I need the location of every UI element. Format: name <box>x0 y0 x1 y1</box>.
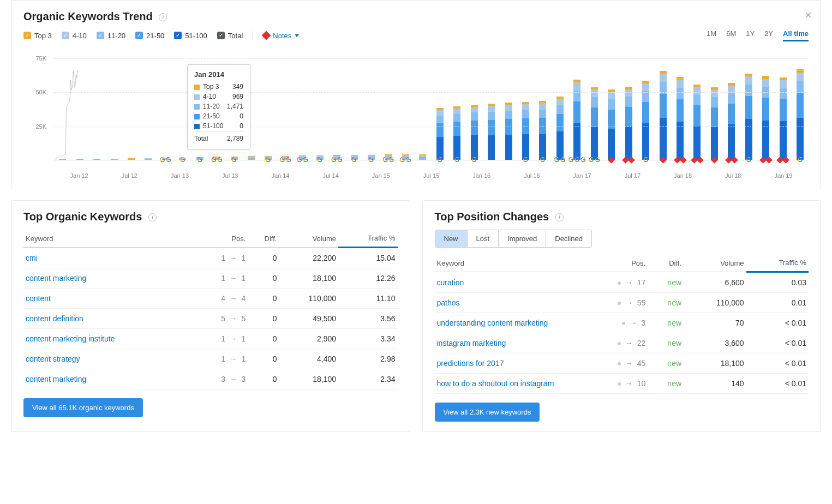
bar-Jul-18[interactable] <box>723 83 740 160</box>
note-icon[interactable] <box>660 157 667 164</box>
keyword-link[interactable]: content strategy <box>26 355 80 363</box>
google-update-icon[interactable] <box>218 156 223 164</box>
range-1y[interactable]: 1Y <box>746 29 755 41</box>
legend-checkbox-r51_100[interactable]: 51-100 <box>174 32 207 40</box>
close-icon[interactable]: × <box>805 8 812 22</box>
google-update-icon[interactable] <box>317 156 322 164</box>
bar-Jan-17[interactable] <box>568 80 585 160</box>
bar-Sep-18[interactable] <box>740 74 757 160</box>
bar-Jan-19[interactable] <box>774 77 791 160</box>
tab-declined[interactable]: Declined <box>546 230 591 247</box>
google-update-icon[interactable] <box>746 156 751 164</box>
google-update-icon[interactable] <box>574 156 579 164</box>
google-update-icon[interactable] <box>197 156 202 164</box>
google-update-icon[interactable] <box>211 156 216 164</box>
tab-lost[interactable]: Lost <box>468 230 499 247</box>
note-icon[interactable] <box>782 157 789 164</box>
info-icon[interactable]: i <box>555 213 564 221</box>
keyword-link[interactable]: content marketing <box>26 274 86 283</box>
keyword-link[interactable]: content definition <box>26 314 83 323</box>
range-2y[interactable]: 2Y <box>764 29 773 41</box>
keyword-link[interactable]: content <box>26 294 51 303</box>
legend-checkbox-r4_10[interactable]: 4-10 <box>62 32 87 40</box>
bar-Mar-17[interactable] <box>586 87 603 160</box>
bar-Sep-16[interactable] <box>534 101 551 160</box>
bar-May-17[interactable] <box>603 89 620 160</box>
note-icon[interactable] <box>697 157 704 164</box>
google-update-icon[interactable] <box>280 156 285 164</box>
google-update-icon[interactable] <box>303 156 308 164</box>
keyword-link[interactable]: how to do a shoutout on instagram <box>437 379 554 388</box>
google-update-icon[interactable] <box>160 156 165 164</box>
bar-Mar-16[interactable] <box>483 104 500 160</box>
legend-checkbox-r11_20[interactable]: 11-20 <box>97 32 125 40</box>
google-update-icon[interactable] <box>554 156 559 164</box>
google-update-icon[interactable] <box>231 156 236 164</box>
google-update-icon[interactable] <box>389 156 394 164</box>
google-update-icon[interactable] <box>369 156 374 164</box>
google-update-icon[interactable] <box>595 156 600 164</box>
google-update-icon[interactable] <box>331 156 336 164</box>
note-icon[interactable] <box>765 157 773 164</box>
google-update-icon[interactable] <box>180 156 185 164</box>
google-update-icon[interactable] <box>643 156 648 164</box>
info-icon[interactable]: i <box>148 213 157 221</box>
google-update-icon[interactable] <box>523 156 528 164</box>
tab-new[interactable]: New <box>435 230 468 247</box>
range-alltime[interactable]: All time <box>783 29 809 41</box>
view-all-keywords-button[interactable]: View all 65.1K organic keywords <box>23 398 143 417</box>
bar-Jan-18[interactable] <box>672 77 689 160</box>
keyword-link[interactable]: content marketing <box>26 375 86 383</box>
keyword-link[interactable]: understanding content marketing <box>437 319 548 327</box>
legend-checkbox-r21_50[interactable]: 21-50 <box>135 32 164 40</box>
bar-Nov-15[interactable] <box>448 106 465 160</box>
bar-May-18[interactable] <box>706 87 723 160</box>
bar-Jan-16[interactable] <box>466 105 483 160</box>
bar-Nov-17[interactable] <box>654 71 671 160</box>
notes-dropdown[interactable]: Notes <box>263 32 299 40</box>
google-update-icon[interactable] <box>540 156 545 164</box>
bar-May-16[interactable] <box>500 103 517 160</box>
google-update-icon[interactable] <box>568 156 573 164</box>
keyword-link[interactable]: instagram marketing <box>437 339 506 347</box>
note-icon[interactable] <box>711 157 718 164</box>
legend-checkbox-total[interactable]: Total <box>217 32 243 40</box>
note-icon[interactable] <box>731 157 738 164</box>
google-update-icon[interactable] <box>382 156 387 164</box>
bar-Jul-16[interactable] <box>517 102 534 160</box>
google-update-icon[interactable] <box>351 156 356 164</box>
view-all-new-keywords-button[interactable]: View all 2.3K new keywords <box>435 403 540 422</box>
google-update-icon[interactable] <box>560 156 565 164</box>
google-update-icon[interactable] <box>166 156 171 164</box>
legend-checkbox-top3[interactable]: Top 3 <box>23 32 52 40</box>
note-icon[interactable] <box>680 157 687 164</box>
info-icon[interactable]: i <box>159 13 167 21</box>
bar-Jul-17[interactable] <box>620 87 637 160</box>
keyword-link[interactable]: pathos <box>437 298 460 307</box>
bar-Mar-18[interactable] <box>689 85 705 160</box>
note-icon[interactable] <box>608 157 615 164</box>
keyword-link[interactable]: content marketing institute <box>26 334 115 343</box>
google-update-icon[interactable] <box>580 156 585 164</box>
google-update-icon[interactable] <box>589 156 594 164</box>
bar-Mar-19[interactable] <box>792 69 809 160</box>
keyword-link[interactable]: predictions for 2017 <box>437 359 504 368</box>
chart-plot-area[interactable] <box>54 51 809 160</box>
bar-Sep-15[interactable] <box>432 108 448 160</box>
google-update-icon[interactable] <box>406 156 411 164</box>
range-6m[interactable]: 6M <box>726 29 736 41</box>
google-update-icon[interactable] <box>471 156 476 164</box>
keyword-link[interactable]: curation <box>437 278 464 287</box>
keyword-link[interactable]: cmi <box>26 254 38 262</box>
google-update-icon[interactable] <box>266 156 271 164</box>
google-update-icon[interactable] <box>400 156 405 164</box>
google-update-icon[interactable] <box>454 156 459 164</box>
note-icon[interactable] <box>628 157 635 164</box>
bar-Nov-16[interactable] <box>552 97 568 160</box>
google-update-icon[interactable] <box>798 156 803 164</box>
range-1m[interactable]: 1M <box>707 29 716 41</box>
google-update-icon[interactable] <box>297 156 302 164</box>
google-update-icon[interactable] <box>437 156 442 164</box>
google-update-icon[interactable] <box>337 156 342 164</box>
tab-improved[interactable]: Improved <box>499 230 546 247</box>
